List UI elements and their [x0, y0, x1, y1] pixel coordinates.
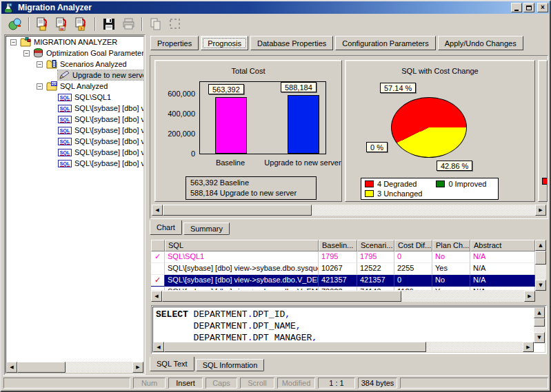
export-report-1-button[interactable]: [33, 15, 52, 32]
scroll-thumb[interactable]: [535, 251, 546, 265]
scroll-track[interactable]: [162, 291, 524, 302]
sql-icon: SQL: [58, 160, 72, 167]
export-report-word-icon: W: [54, 17, 70, 31]
folder-sql-icon: SQL: [46, 81, 57, 91]
tree-item-sql[interactable]: SQL SQL\[sybase] [dbo] v: [6, 114, 143, 125]
status-panel-num: Num: [133, 378, 166, 389]
bar-baseline: [215, 97, 247, 154]
scroll-up-icon[interactable]: ▲: [534, 307, 545, 318]
scroll-right-icon[interactable]: ▶: [523, 342, 534, 352]
status-panel-caps: Caps: [206, 378, 237, 389]
sql-text[interactable]: SELECT DEPARTMENT.DPT_ID, DEPARTMENT.DPT…: [156, 309, 531, 341]
tree-item-optimization-goal-parameter[interactable]: − Optimization Goal Parameter: [6, 48, 143, 59]
column-header-baseline[interactable]: Baselin...: [319, 240, 357, 251]
tab-sql-information[interactable]: SQL Information: [196, 359, 265, 371]
scroll-track[interactable]: [535, 251, 546, 280]
tree-item-sql[interactable]: SQL SQL\[sybase] [dbo] v: [6, 103, 143, 114]
grid-header: SQL Baselin... Scenari... Cost Dif... Pl…: [151, 240, 546, 251]
collapse-icon[interactable]: −: [37, 83, 43, 90]
column-header-abstract[interactable]: Abstract: [470, 240, 535, 251]
tab-configuration-parameters[interactable]: Configuration Parameters: [335, 36, 435, 50]
scroll-track[interactable]: [164, 342, 523, 352]
toolbar-separator: [141, 17, 143, 31]
tree-item-sql[interactable]: SQL SQL\[sybase] [dbo] v: [6, 158, 143, 169]
tree-item-sql[interactable]: SQL SQL\[sybase] [dbo] v: [6, 125, 143, 136]
tab-apply-undo-changes[interactable]: Apply/Undo Changes: [438, 36, 523, 50]
tree-item-sql[interactable]: SQL SQL\SQL1: [6, 92, 143, 103]
scroll-thumb[interactable]: [163, 205, 312, 216]
tree-item-sql-analyzed[interactable]: − SQL SQL Analyzed: [6, 81, 143, 92]
grid-row[interactable]: ✓ SQL\SQL1 1795 1795 0 No N/A: [151, 251, 546, 263]
scroll-left-icon[interactable]: ◀: [151, 291, 162, 302]
scroll-thumb[interactable]: [17, 362, 66, 373]
column-header-sql[interactable]: SQL: [165, 240, 319, 251]
save-button[interactable]: [99, 15, 119, 32]
tab-sql-text[interactable]: SQL Text: [150, 357, 194, 371]
sql-vscrollbar[interactable]: ▲ ▼: [534, 307, 545, 343]
minimize-button[interactable]: [511, 3, 522, 12]
grid-body: ✓ SQL\SQL1 1795 1795 0 No N/A SQL\[sybas…: [151, 251, 546, 291]
tab-database-properties[interactable]: Database Properties: [250, 36, 333, 50]
scroll-up-icon[interactable]: ▲: [535, 240, 546, 251]
export-report-word-button[interactable]: W: [52, 15, 72, 32]
scroll-left-icon[interactable]: ◀: [153, 342, 164, 352]
scroll-thumb[interactable]: [164, 342, 426, 352]
bar-value-label: 588,184: [281, 82, 317, 92]
scroll-thumb[interactable]: [162, 291, 401, 302]
collapse-icon[interactable]: −: [37, 61, 43, 68]
row-check-icon[interactable]: ✓: [151, 275, 165, 287]
bar-plot: 0 200,000 400,000 600,000 563,392 588,18…: [199, 81, 326, 154]
tab-properties[interactable]: Properties: [150, 36, 199, 50]
sql-icon: SQL: [58, 94, 72, 101]
grid-row[interactable]: SQL\[sybase] [dbo] view->sybase.dbo.sysq…: [151, 263, 546, 275]
close-button[interactable]: ×: [537, 3, 548, 12]
column-header-cost-dif[interactable]: Cost Dif...: [394, 240, 432, 251]
analyze-wizard-icon: [8, 17, 23, 31]
row-check-icon[interactable]: [151, 263, 165, 275]
scroll-right-icon[interactable]: ▶: [524, 291, 535, 302]
tree-item-sql[interactable]: SQL SQL\[sybase] [dbo] v: [6, 136, 143, 147]
sql-hscrollbar[interactable]: ◀ ▶: [153, 342, 534, 352]
grid-row-selected[interactable]: ✓ SQL\[sybase] [dbo] view->sybase.dbo.V_…: [151, 275, 546, 287]
scroll-track[interactable]: [534, 318, 545, 332]
chart-hscrollbar[interactable]: ◀ ▶: [152, 205, 546, 216]
tab-prognosis[interactable]: Prognosis: [201, 36, 248, 50]
export-report-3-button[interactable]: ?: [72, 15, 91, 32]
tree-item-label: SQL\[sybase] [dbo] v: [74, 126, 144, 134]
app-flask-icon: [3, 3, 13, 12]
tree-selection: Upgrade to new serve: [58, 70, 144, 80]
scroll-right-icon[interactable]: ▶: [535, 205, 546, 216]
tree-hscrollbar[interactable]: ◀ ▶: [6, 362, 143, 373]
tree-item-label: SQL Analyzed: [60, 82, 108, 90]
pie-pct-label: 0 %: [366, 142, 388, 152]
scroll-left-icon[interactable]: ◀: [152, 205, 163, 216]
row-check-icon[interactable]: ✓: [151, 251, 165, 263]
column-header-plan-ch[interactable]: Plan Ch...: [432, 240, 470, 251]
maximize-button[interactable]: [523, 3, 534, 12]
tree-item-migration-analyzer[interactable]: − MIGRATION ANALYZER: [6, 37, 143, 48]
tree-item-scenarios-analyzed[interactable]: − Scenarios Analyzed: [6, 59, 143, 70]
tab-chart[interactable]: Chart: [150, 220, 182, 235]
collapse-icon[interactable]: −: [10, 39, 17, 45]
scroll-thumb[interactable]: [534, 318, 545, 327]
tree-item-sql[interactable]: SQL SQL\[sybase] [dbo] v: [6, 147, 143, 158]
scroll-right-icon[interactable]: ▶: [132, 362, 143, 373]
sql-tab-bar: SQL Text SQL Information: [150, 357, 264, 371]
scroll-left-icon[interactable]: ◀: [6, 362, 17, 373]
legend-swatch-improved: [436, 180, 445, 187]
collapse-icon[interactable]: −: [23, 50, 30, 56]
sql-icon: SQL: [58, 105, 72, 112]
tab-summary[interactable]: Summary: [183, 223, 230, 235]
scroll-track[interactable]: [17, 362, 132, 373]
tree-item-label: SQL\[sybase] [dbo] v: [74, 159, 144, 167]
sql-result-grid: SQL Baselin... Scenari... Cost Dif... Pl…: [151, 240, 546, 291]
column-header-check[interactable]: [151, 240, 165, 251]
scroll-track[interactable]: [163, 205, 535, 216]
grid-vscrollbar[interactable]: ▲ ▼: [535, 240, 546, 291]
tree-item-upgrade-to-new-server[interactable]: Upgrade to new serve: [6, 70, 143, 81]
scroll-down-icon[interactable]: ▼: [535, 280, 546, 291]
scroll-down-icon[interactable]: ▼: [534, 332, 545, 343]
analyze-wizard-button[interactable]: [6, 15, 25, 32]
grid-hscrollbar[interactable]: ◀ ▶: [151, 291, 535, 302]
column-header-scenario[interactable]: Scenari...: [357, 240, 394, 251]
